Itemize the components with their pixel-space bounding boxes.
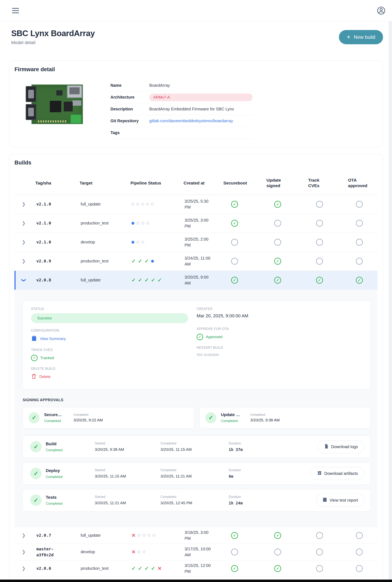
row-expand-chevron-icon[interactable]: ❯ bbox=[22, 202, 26, 207]
stage-completed-label: Completed bbox=[160, 495, 229, 499]
stage-started-at: 3/20/25, 9:38 AM bbox=[95, 447, 160, 452]
col-update-signed: Update signed bbox=[255, 171, 298, 195]
firmware-detail-heading: Firmware detail bbox=[14, 66, 378, 73]
clipboard-icon bbox=[31, 335, 37, 342]
pipeline-running-icon bbox=[132, 241, 134, 244]
archive-download-icon bbox=[317, 470, 322, 477]
row-expand-chevron-icon[interactable]: ❯ bbox=[22, 549, 26, 555]
pipeline-status-cell: ✕ bbox=[127, 533, 180, 538]
bottom-edge-bar bbox=[0, 580, 392, 582]
field-label: Description bbox=[110, 107, 149, 111]
build-row[interactable]: ❯ v2.1.0 develop 3/25/25, 2:00 PM bbox=[14, 233, 378, 252]
build-row[interactable]: ❯ v2.0.6 production_test ✓✓✓✓✕ 3/15/25, … bbox=[14, 560, 378, 577]
check-circle-icon: ✓ bbox=[31, 355, 38, 361]
row-expand-chevron-icon[interactable]: ❯ bbox=[22, 240, 26, 245]
stage-started-label: Started bbox=[95, 495, 160, 499]
approval-status: Completed bbox=[44, 419, 70, 423]
document-icon bbox=[324, 444, 329, 450]
created-value: Mar 20, 2025, 9:00:00 AM bbox=[196, 313, 362, 319]
pipeline-pending-icon bbox=[138, 534, 140, 537]
stage-name: Tests bbox=[46, 495, 95, 500]
pipeline-pass-icon: ✓ bbox=[132, 566, 136, 571]
build-target: full_update bbox=[76, 202, 127, 206]
update-signed-checked-icon: ✓ bbox=[274, 565, 281, 572]
pipeline-status-cell bbox=[127, 203, 180, 205]
stage-action-button[interactable]: Download logs bbox=[318, 440, 364, 453]
track-cves-unchecked-icon bbox=[316, 201, 323, 208]
track-cves-unchecked-icon bbox=[316, 532, 323, 539]
stage-duration-label: Duration bbox=[229, 468, 310, 472]
stage-name: Deploy bbox=[46, 468, 95, 473]
build-row[interactable]: ❯ v2.0.8 full_update ✓✓✓✓✓ 3/20/25, 9:00… bbox=[14, 271, 378, 290]
build-target: production_test bbox=[76, 259, 127, 263]
firmware-fields-table: NameBoardArray ArchitectureARMv7-A Descr… bbox=[110, 79, 252, 139]
build-target: full_update bbox=[76, 278, 127, 282]
stage-action-button[interactable]: Download artifacts bbox=[310, 467, 364, 480]
menu-hamburger-icon[interactable] bbox=[12, 8, 19, 13]
git-repository-link[interactable]: gitlab.com/daveembeddedsystems/boardarra… bbox=[149, 118, 252, 123]
ota-approved-checked-icon: ✓ bbox=[356, 277, 363, 284]
test-report-icon bbox=[322, 497, 328, 504]
col-target: Target bbox=[75, 174, 126, 192]
stage-completed-at: 3/20/25, 11:15 AM bbox=[160, 447, 229, 452]
pipeline-pass-icon: ✓ bbox=[138, 278, 142, 283]
build-tag: v2.1.0 bbox=[32, 239, 76, 245]
stage-completed-at: 3/20/25, 11:21 AM bbox=[160, 474, 229, 479]
pipeline-status-cell: ✓✓✓ bbox=[127, 259, 180, 264]
row-expand-chevron-icon[interactable]: ❯ bbox=[22, 259, 26, 264]
stage-action-button[interactable]: View test report bbox=[316, 494, 364, 507]
row-expand-chevron-icon[interactable]: ❯ bbox=[22, 566, 26, 571]
ota-approved-unchecked-icon bbox=[356, 201, 363, 208]
page-scrollbar[interactable] bbox=[389, 21, 392, 580]
pipeline-status-cell bbox=[127, 222, 180, 225]
build-row[interactable]: ❯ v2.0.9 production_test ✓✓✓ 3/24/25, 11… bbox=[14, 252, 378, 271]
status-success-pill: Success bbox=[31, 313, 188, 323]
pipeline-status-cell: ✓✓✓✓✕ bbox=[127, 566, 180, 571]
pipeline-pending-icon bbox=[143, 551, 145, 553]
build-row[interactable]: ❯ v2.1.0 full_update 3/25/25, 5:30 PM ✓✓ bbox=[14, 195, 378, 214]
pipeline-pending-icon bbox=[136, 222, 139, 224]
pipeline-pending-icon bbox=[152, 534, 155, 537]
pipeline-status-cell bbox=[127, 241, 180, 244]
field-label: Git Repository bbox=[110, 118, 149, 123]
secureboot-checked-icon: ✓ bbox=[231, 201, 238, 208]
new-build-button[interactable]: + New build bbox=[339, 30, 383, 44]
pipeline-pending-icon bbox=[151, 203, 154, 205]
field-label: Tags bbox=[110, 130, 149, 135]
firmware-detail-card: Firmware detail NameBoardArray Architect… bbox=[9, 60, 383, 147]
build-created-at: 3/20/25, 9:00 AM bbox=[180, 274, 213, 286]
row-expand-chevron-icon[interactable]: ❯ bbox=[21, 278, 26, 282]
build-created-at: 3/25/25, 5:30 PM bbox=[180, 198, 213, 210]
update-signed-checked-icon: ✓ bbox=[274, 201, 281, 208]
build-row[interactable]: ❯ master- a3f8c2d develop ✕ 3/17/25, 10:… bbox=[14, 544, 378, 560]
trash-icon bbox=[31, 373, 37, 380]
pipeline-pass-icon: ✓ bbox=[144, 566, 149, 571]
stage-duration: 1h 37m bbox=[229, 447, 318, 452]
secureboot-unchecked-icon bbox=[231, 549, 238, 556]
update-signed-checked-icon: ✓ bbox=[274, 258, 281, 265]
board-photo bbox=[26, 83, 85, 126]
secureboot-unchecked-icon bbox=[231, 239, 238, 246]
pipeline-pass-icon: ✓ bbox=[144, 278, 149, 283]
delete-build-button[interactable]: Delete bbox=[31, 373, 196, 380]
top-navigation-bar bbox=[0, 0, 392, 21]
stage-name: Build bbox=[46, 441, 95, 446]
pipeline-pending-icon bbox=[136, 203, 139, 205]
build-row[interactable]: ❯ v2.0.7 full_update ✕ 3/18/25, 3:00 PM … bbox=[14, 527, 378, 544]
view-summary-link[interactable]: View Summary bbox=[31, 335, 196, 342]
row-expand-chevron-icon[interactable]: ❯ bbox=[22, 221, 26, 226]
builds-table-header: Tag/sha Target Pipeline Status Created a… bbox=[14, 171, 378, 195]
pipeline-pass-icon: ✓ bbox=[132, 259, 136, 264]
build-created-at: 3/17/25, 10:00 AM bbox=[180, 546, 213, 558]
user-avatar-icon[interactable] bbox=[376, 6, 386, 15]
build-target: production_test bbox=[76, 221, 127, 225]
row-expand-chevron-icon[interactable]: ❯ bbox=[22, 533, 26, 538]
page-header: SBC Lynx BoardArray Model detail + New b… bbox=[0, 21, 392, 53]
build-row[interactable]: ❯ v2.1.0 production_test 3/25/25, 3:00 P… bbox=[14, 214, 378, 233]
build-tag: v2.1.0 bbox=[32, 201, 76, 207]
pipeline-pending-icon bbox=[146, 203, 149, 205]
build-target: production_test bbox=[76, 566, 127, 571]
pipeline-pending-icon bbox=[141, 203, 144, 205]
col-pipeline-status: Pipeline Status bbox=[126, 174, 178, 192]
pipeline-pass-icon: ✓ bbox=[138, 259, 142, 264]
